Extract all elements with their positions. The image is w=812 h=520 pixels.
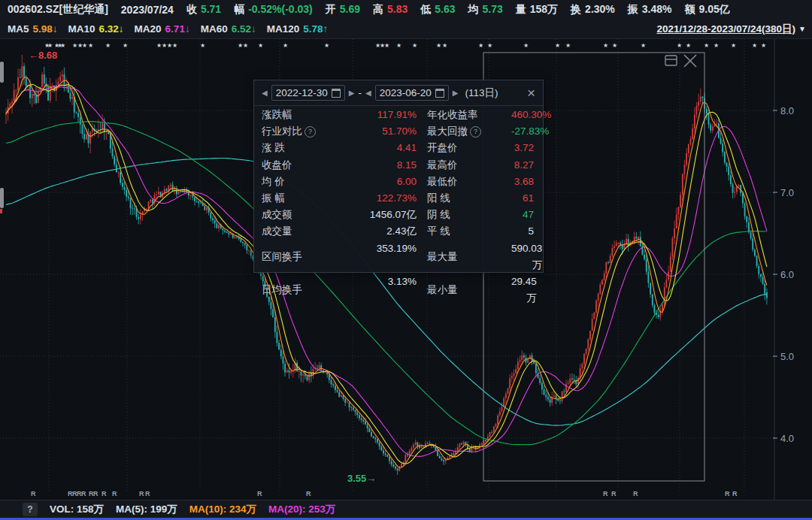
date-range-label: 2021/12/28-2023/07/24(380日) (656, 23, 795, 36)
svg-text:R: R (306, 490, 311, 497)
next-date-icon[interactable]: ▶ (453, 89, 459, 97)
end-date-picker[interactable]: 2023-06-20 (375, 85, 449, 101)
prev-date-icon[interactable]: ◀ (262, 89, 268, 97)
popup-stat-value: 4.41 (334, 140, 427, 156)
svg-text:R: R (81, 490, 86, 497)
popup-stat-value: 3.68 (511, 174, 534, 190)
ma-legend-ma20: MA206.71↓ (135, 23, 190, 35)
ma-legend-ma60: MA606.52↓ (201, 23, 256, 35)
prev-date-icon[interactable]: ◀ (365, 89, 371, 97)
quote-date: 2023/07/24 (121, 4, 174, 16)
popup-stat-row: 振 幅122.73%阳 线61 (262, 190, 534, 207)
svg-text:★: ★ (641, 42, 646, 49)
svg-text:R: R (603, 490, 608, 497)
popup-stat-label: 行业对比? (262, 123, 334, 140)
popup-stat-row: 成交量2.43亿平 线5 (262, 223, 534, 240)
svg-text:R: R (31, 490, 36, 497)
y-axis-label: 4.0 (780, 433, 794, 444)
svg-text:★: ★ (612, 42, 617, 49)
volume-bar: ? VOL: 158万MA(5): 199万MA(10): 234万MA(20)… (0, 500, 812, 520)
popup-stat-value: 29.45万 (511, 274, 537, 307)
quote-field-label: 换 (571, 3, 581, 15)
help-icon[interactable]: ? (304, 126, 316, 138)
svg-text:R: R (102, 490, 107, 497)
ma-legend-ma5: MA55.98↓ (8, 23, 58, 35)
volume-legend-items: VOL: 158万MA(5): 199万MA(10): 234万MA(20): … (50, 503, 335, 516)
help-icon[interactable]: ? (470, 126, 481, 138)
stock-symbol[interactable]: 002602.SZ[世纪华通] (8, 3, 108, 17)
svg-text:R: R (633, 490, 638, 497)
svg-text:★: ★ (47, 42, 53, 49)
left-edge-handle (0, 62, 4, 83)
quote-field-label: 开 (326, 3, 336, 15)
quote-field-value: 5.83 (387, 3, 408, 15)
ma-value: 6.32↓ (99, 23, 124, 35)
end-date-value: 2023-06-20 (380, 87, 432, 98)
quote-field-high: 高5.83 (373, 3, 408, 17)
high-price-annotation: ←8.68 (29, 50, 57, 61)
next-date-icon[interactable]: ▶ (349, 89, 355, 97)
popup-stat-value: 6.00 (334, 174, 427, 190)
popup-stat-value: 122.73% (334, 190, 427, 207)
quote-field-value: 3.48% (642, 3, 672, 15)
svg-text:R: R (257, 490, 262, 497)
popup-stat-label: 涨 跌 (262, 140, 334, 156)
svg-text:★: ★ (243, 42, 248, 49)
quote-field-value: 5.63 (435, 3, 455, 15)
popup-stat-value: 460.30% (511, 107, 551, 123)
close-icon[interactable] (684, 55, 696, 67)
ma-label: MA60 (201, 23, 228, 35)
svg-text:R: R (732, 490, 738, 497)
volume-field-ma20: MA(20): 253万 (268, 503, 335, 516)
popup-stat-row: 涨跌幅117.91%年化收益率460.30% (262, 107, 534, 123)
date-range-selector[interactable]: 2021/12/28-2023/07/24(380日) ▼ (656, 23, 812, 36)
svg-text:★: ★ (677, 42, 682, 49)
popup-header: ◀ 2022-12-30 ▶ - ◀ 2023-06-20 ▶ (113日) × (254, 80, 543, 106)
ma-legend-ma120: MA1205.78↑ (267, 23, 329, 35)
quote-field-value: 5.69 (340, 3, 360, 15)
popup-stat-row: 成交额1456.07亿阴 线47 (262, 207, 534, 223)
svg-text:R: R (139, 490, 144, 497)
popup-stat-label: 涨跌幅 (262, 107, 334, 123)
popup-stat-label: 最高价 (427, 157, 511, 174)
popup-stat-label: 开盘价 (427, 140, 511, 156)
svg-text:★: ★ (704, 42, 709, 49)
popup-stats-table: 涨跌幅117.91%年化收益率460.30%行业对比?51.70%最大回撤?-2… (254, 106, 543, 307)
left-edge-handle (0, 188, 4, 208)
quote-field-value: 5.73 (483, 3, 503, 15)
ma-label: MA120 (267, 23, 300, 35)
svg-text:★: ★ (436, 42, 441, 49)
popup-stat-value: 590.03万 (511, 240, 542, 274)
popup-stat-label: 区间换手 (262, 240, 334, 274)
volume-field-ma10: MA(10): 234万 (189, 503, 256, 516)
chevron-down-icon: ▼ (798, 25, 806, 33)
calendar-icon (435, 89, 444, 98)
help-icon[interactable]: ? (23, 503, 38, 516)
ma-legend-bar: MA55.98↓MA106.32↓MA206.71↓MA606.52↓MA120… (0, 20, 812, 39)
calendar-icon (332, 89, 341, 98)
start-date-picker[interactable]: 2022-12-30 (271, 85, 345, 101)
svg-text:★: ★ (384, 42, 389, 49)
svg-text:★: ★ (60, 42, 65, 49)
svg-text:R: R (112, 490, 117, 497)
date-range-separator: - (358, 87, 362, 98)
popup-stat-label: 成交量 (262, 223, 334, 240)
svg-text:★: ★ (523, 42, 529, 49)
svg-text:★: ★ (258, 42, 263, 49)
quote-field-low: 低5.63 (420, 3, 455, 17)
quote-field-label: 收 (186, 3, 197, 15)
window-icon[interactable] (665, 56, 677, 65)
popup-stat-value: 8.27 (511, 157, 534, 174)
popup-stat-value: 3.13% (334, 274, 427, 307)
svg-text:★: ★ (82, 42, 87, 49)
popup-stat-value: 47 (511, 207, 534, 223)
ma-legend-ma10: MA106.32↓ (68, 23, 124, 35)
quote-field-change: 幅-0.52%(-0.03) (234, 3, 313, 17)
popup-stat-row: 行业对比?51.70%最大回撤?-27.83% (262, 123, 534, 140)
popup-stat-label: 最低价 (427, 174, 511, 190)
svg-text:★: ★ (88, 42, 93, 49)
close-icon[interactable]: × (527, 86, 535, 100)
popup-stat-label: 日均换手 (262, 274, 334, 307)
popup-stat-label: 阳 线 (427, 190, 511, 207)
volume-field-ma5: MA(5): 199万 (116, 503, 177, 516)
